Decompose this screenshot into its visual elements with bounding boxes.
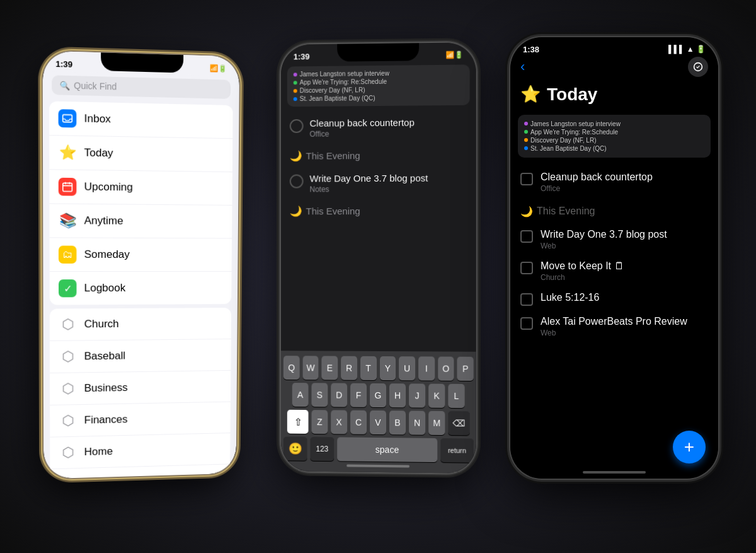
upcoming-icon (59, 177, 77, 195)
business-area-icon: ⬡ (59, 380, 76, 397)
key-u[interactable]: U (399, 356, 415, 380)
time-right: 1:38 (523, 45, 539, 54)
key-c[interactable]: C (350, 410, 367, 434)
moon-icon-center2: 🌙 (290, 205, 302, 217)
someday-label: Someday (84, 248, 130, 260)
key-x[interactable]: X (331, 410, 347, 434)
right-task-keepit: Move to Keep It 🗒 Church (510, 254, 718, 286)
key-p[interactable]: P (457, 356, 474, 380)
center-checkbox-writeday[interactable] (290, 174, 304, 188)
right-checkbox-luke[interactable] (520, 293, 533, 306)
sidebar-item-inbox[interactable]: Inbox (49, 101, 233, 139)
right-cal-dot-0 (524, 122, 528, 125)
areas-section: ⬡ Church ⬡ Baseball ⬡ Business ⬡ Finance… (50, 308, 231, 479)
right-checkbox-keepit[interactable] (520, 262, 533, 274)
center-task-cleanup: Cleanup back countertop Office (281, 108, 476, 143)
key-a[interactable]: A (292, 383, 309, 407)
someday-icon: 🗂 (59, 245, 77, 263)
key-y[interactable]: Y (379, 356, 396, 380)
sidebar-item-upcoming[interactable]: Upcoming (49, 170, 232, 206)
sidebar-item-anytime[interactable]: 📚 Anytime (49, 204, 232, 238)
center-task-writeday-info: Write Day One 3.7 blog post Notes (309, 172, 428, 194)
area-business[interactable]: ⬡ Business (50, 370, 231, 405)
center-task-sub-cleanup: Office (309, 129, 414, 138)
baseball-label: Baseball (84, 349, 125, 363)
sidebar-item-someday[interactable]: 🗂 Someday (50, 238, 232, 272)
key-o[interactable]: O (438, 356, 454, 380)
back-button[interactable]: ‹ (520, 59, 525, 75)
upcoming-label: Upcoming (84, 180, 133, 194)
svg-rect-1 (63, 183, 72, 191)
right-checkbox-alex[interactable] (520, 317, 533, 330)
area-baseball[interactable]: ⬡ Baseball (50, 339, 231, 373)
keyboard-row-3: ⇧ Z X C V B N M ⌫ (284, 409, 474, 435)
notch-left (101, 52, 183, 73)
right-task-writeday: Write Day One 3.7 blog post Web (510, 223, 718, 254)
cal-dot-3 (294, 96, 297, 100)
today-label: Today (84, 146, 113, 160)
key-g[interactable]: G (370, 383, 386, 407)
key-s[interactable]: S (311, 383, 328, 407)
finances-label: Finances (84, 413, 128, 426)
right-evening-label: This Evening (537, 206, 595, 217)
center-checkbox-cleanup[interactable] (290, 119, 304, 132)
moon-icon-right: 🌙 (520, 206, 533, 218)
right-task-sub-alex: Web (541, 329, 687, 337)
key-d[interactable]: D (331, 383, 347, 407)
key-z[interactable]: Z (311, 410, 328, 434)
right-cal-dot-2 (524, 138, 528, 142)
area-home[interactable]: ⬡ Home (50, 433, 230, 469)
key-l[interactable]: L (448, 383, 464, 407)
key-n[interactable]: N (409, 410, 425, 434)
nav-list: Inbox ⭐ Today Upcoming 📚 Anytime (49, 101, 233, 305)
keyboard: Q W E R T Y U I O P A S D F G H (281, 351, 476, 474)
key-q[interactable]: Q (284, 356, 299, 380)
right-task-title-luke: Luke 5:12-16 (541, 292, 599, 303)
today-title: Today (547, 84, 597, 105)
key-w[interactable]: W (302, 356, 318, 380)
circle-button[interactable] (688, 57, 708, 77)
right-task-title-cleanup: Cleanup back countertop (541, 172, 653, 183)
key-v[interactable]: V (370, 410, 386, 434)
area-church[interactable]: ⬡ Church (50, 308, 231, 341)
key-123[interactable]: 123 (310, 436, 334, 460)
cal-text-3: St. Jean Baptiste Day (QC) (300, 95, 375, 102)
anytime-icon: 📚 (59, 211, 77, 230)
key-m[interactable]: M (428, 410, 445, 434)
phone-right-screen: 1:38 ▌▌▌ ▲ 🔋 ‹ ⭐ Today (510, 37, 718, 479)
key-backspace[interactable]: ⌫ (448, 410, 469, 434)
key-f[interactable]: F (350, 383, 367, 407)
search-icon: 🔍 (60, 80, 70, 90)
right-evening-header: 🌙 This Evening (510, 197, 718, 223)
cal-dot-1 (294, 80, 297, 84)
sidebar-item-logbook[interactable]: ✓ Logbook (50, 271, 232, 305)
keyboard-row-2: A S D F G H J K L (284, 382, 474, 407)
key-shift[interactable]: ⇧ (287, 409, 309, 433)
right-checkbox-writeday[interactable] (520, 230, 533, 243)
search-bar[interactable]: 🔍 Quick Find (52, 75, 231, 99)
inbox-label: Inbox (84, 112, 111, 125)
cal-event-3: St. Jean Baptiste Day (QC) (294, 93, 464, 102)
key-return[interactable]: return (440, 438, 473, 462)
key-emoji[interactable]: 🙂 (284, 436, 307, 460)
key-k[interactable]: K (428, 383, 445, 407)
key-i[interactable]: I (418, 356, 435, 380)
sidebar-item-today[interactable]: ⭐ Today (49, 135, 232, 172)
key-e[interactable]: E (322, 356, 338, 380)
center-task-title-writeday: Write Day One 3.7 blog post (309, 172, 428, 183)
key-b[interactable]: B (389, 410, 406, 434)
key-space[interactable]: space (337, 437, 437, 462)
key-t[interactable]: T (360, 356, 377, 380)
anytime-label: Anytime (84, 214, 123, 228)
key-j[interactable]: J (409, 383, 425, 407)
right-calendar-strip: James Langston setup interview App We're… (518, 115, 711, 158)
area-finances[interactable]: ⬡ Finances (50, 402, 231, 437)
fab-button[interactable]: + (673, 431, 706, 463)
home-indicator-center (346, 464, 410, 467)
key-r[interactable]: R (341, 356, 357, 380)
key-h[interactable]: H (389, 383, 406, 407)
logbook-icon: ✓ (59, 279, 76, 297)
right-checkbox-cleanup[interactable] (520, 173, 533, 185)
center-task-title-cleanup: Cleanup back countertop (309, 117, 414, 128)
home-area-icon: ⬡ (59, 443, 76, 461)
